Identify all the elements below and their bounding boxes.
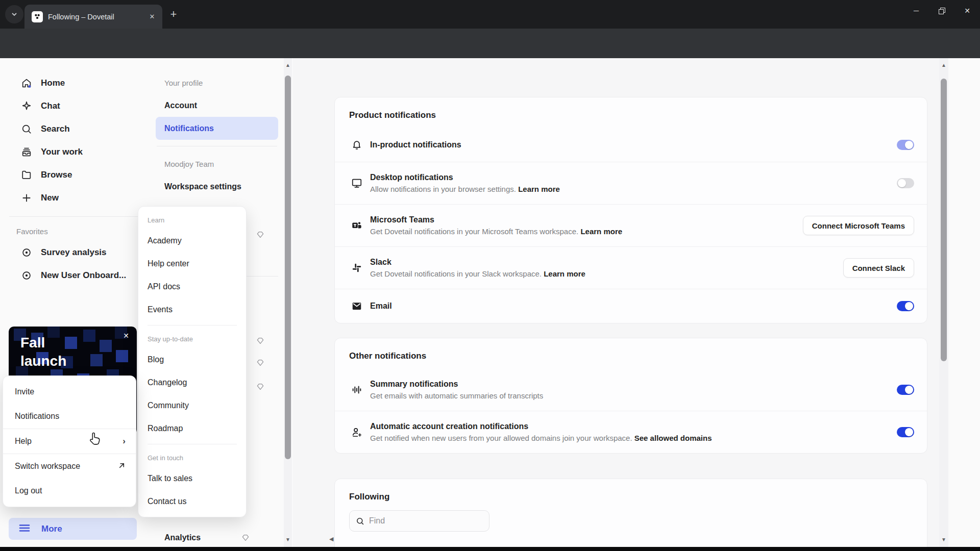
favorite-item-survey-analysis[interactable]: Survey analysis	[8, 241, 139, 264]
settings-nav: Your profile Account Notifications Moodj…	[156, 71, 278, 198]
scroll-down-arrow[interactable]: ▼	[284, 537, 292, 542]
learn-more-link[interactable]: Learn more	[518, 185, 560, 193]
restore-button[interactable]	[929, 0, 954, 21]
menu-item-help[interactable]: Help ›	[3, 429, 136, 454]
sidebar-item-chat[interactable]: Chat	[8, 94, 139, 117]
sidebar-item-your-work[interactable]: Your work	[8, 140, 139, 163]
connect-microsoft-teams-button[interactable]: Connect Microsoft Teams	[803, 216, 914, 235]
settings-profile-header: Your profile	[156, 71, 278, 94]
other-notifications-card: Other notifications Summary notification…	[334, 338, 927, 454]
window-bottom-edge	[0, 547, 980, 551]
slack-icon	[351, 262, 363, 273]
menu-item-invite[interactable]: Invite	[3, 380, 136, 404]
setting-row-summary: Summary notifications Get emails with au…	[335, 368, 927, 411]
learn-more-link[interactable]: Learn more	[580, 227, 622, 236]
submenu-header-learn: Learn	[138, 211, 246, 229]
email-notifications-toggle[interactable]	[897, 301, 914, 311]
arrow-up-right-icon	[118, 462, 126, 471]
waveform-icon	[351, 384, 363, 395]
chevron-down-icon	[11, 11, 18, 18]
submenu-item-talk-to-sales[interactable]: Talk to sales	[138, 467, 246, 490]
tab-title: Following – Dovetail	[48, 13, 147, 21]
search-icon	[356, 516, 364, 526]
submenu-item-blog[interactable]: Blog	[138, 348, 246, 371]
section-title: Other notifications	[335, 338, 927, 368]
scroll-left-arrow[interactable]: ◀	[329, 536, 333, 542]
settings-item-account[interactable]: Account	[156, 94, 278, 117]
home-icon	[20, 78, 33, 89]
app-area: Home Chat Search Your work	[0, 58, 980, 547]
menu-item-notifications[interactable]: Notifications	[3, 404, 136, 429]
see-allowed-domains-link[interactable]: See allowed domains	[634, 434, 712, 442]
submenu-divider	[148, 325, 237, 325]
microsoft-teams-icon	[351, 220, 363, 231]
desktop-notifications-toggle[interactable]	[897, 178, 914, 188]
following-card: Following	[334, 479, 927, 551]
search-icon	[20, 123, 33, 135]
bell-icon	[351, 139, 363, 151]
email-icon	[351, 300, 363, 312]
main-scrollbar-thumb[interactable]	[941, 79, 947, 361]
sidebar-item-search[interactable]: Search	[8, 117, 139, 140]
submenu-item-roadmap[interactable]: Roadmap	[138, 417, 246, 440]
section-title: Product notifications	[335, 97, 927, 128]
submenu-item-changelog[interactable]: Changelog	[138, 371, 246, 394]
menu-item-log-out[interactable]: Log out	[3, 479, 136, 503]
hamburger-icon	[19, 523, 30, 535]
submenu-item-contact-us[interactable]: Contact us	[138, 490, 246, 513]
minimize-button[interactable]: ─	[903, 0, 929, 21]
auto-account-toggle[interactable]	[897, 427, 914, 437]
gem-icon	[256, 359, 264, 369]
app-sidebar: Home Chat Search Your work	[8, 71, 139, 287]
menu-item-switch-workspace[interactable]: Switch workspace	[3, 454, 136, 479]
browser-tab[interactable]: Following – Dovetail ✕	[24, 5, 162, 29]
sidebar-item-new[interactable]: New	[8, 186, 139, 209]
gem-icon	[256, 383, 264, 393]
find-input-box[interactable]	[349, 510, 489, 532]
submenu-item-help-center[interactable]: Help center	[138, 252, 246, 275]
new-tab-button[interactable]: +	[166, 7, 181, 21]
browser-toolbar: moodjoy-team-2h2v.dovetail.com/settings/…	[0, 29, 980, 58]
user-add-icon	[351, 427, 363, 438]
find-input[interactable]	[369, 516, 483, 525]
setting-row-email: Email	[335, 289, 927, 323]
settings-scrollbar-thumb[interactable]	[285, 76, 291, 459]
mouse-cursor-hand	[87, 431, 102, 449]
window-controls: ─ ✕	[903, 0, 980, 21]
target-icon	[20, 247, 33, 258]
gem-icon	[241, 534, 250, 542]
more-button[interactable]: More	[9, 518, 137, 540]
tab-strip: Following – Dovetail ✕ + ─ ✕	[0, 0, 980, 29]
chat-sparkle-icon	[20, 101, 33, 112]
banner-close-icon[interactable]: ✕	[121, 331, 131, 341]
help-submenu: Learn Academy Help center API docs Event…	[138, 206, 247, 517]
learn-more-link[interactable]: Learn more	[544, 269, 585, 278]
summary-notifications-toggle[interactable]	[897, 385, 914, 395]
scroll-down-arrow[interactable]: ▼	[940, 537, 948, 542]
sidebar-item-browse[interactable]: Browse	[8, 163, 139, 186]
connect-slack-button[interactable]: Connect Slack	[843, 258, 914, 278]
submenu-divider	[148, 444, 237, 444]
scroll-up-arrow[interactable]: ▲	[284, 62, 292, 68]
tab-search-button[interactable]	[5, 5, 23, 23]
submenu-item-api-docs[interactable]: API docs	[138, 275, 246, 298]
in-product-notifications-toggle[interactable]	[897, 140, 914, 150]
submenu-item-academy[interactable]: Academy	[138, 229, 246, 252]
tab-close-icon[interactable]: ✕	[147, 12, 157, 22]
browser-window: Following – Dovetail ✕ + ─ ✕ moodjoy-tea…	[0, 0, 980, 551]
settings-item-analytics[interactable]: Analytics	[156, 529, 278, 547]
sidebar-item-home[interactable]: Home	[8, 71, 139, 94]
dovetail-favicon-icon	[32, 11, 43, 22]
submenu-item-community[interactable]: Community	[138, 394, 246, 417]
favorite-item-new-user-onboarding[interactable]: New User Onboard...	[8, 264, 139, 287]
settings-item-workspace-settings[interactable]: Workspace settings	[156, 175, 278, 198]
close-window-button[interactable]: ✕	[954, 0, 980, 21]
scroll-up-arrow[interactable]: ▲	[940, 62, 948, 68]
submenu-header-get-in-touch: Get in touch	[138, 448, 246, 467]
favorites-header: Favorites	[8, 223, 139, 241]
settings-item-notifications[interactable]: Notifications	[156, 117, 278, 140]
chevron-right-icon: ›	[122, 436, 126, 446]
target-icon	[20, 270, 33, 281]
submenu-item-events[interactable]: Events	[138, 298, 246, 321]
section-title: Following	[335, 479, 927, 509]
